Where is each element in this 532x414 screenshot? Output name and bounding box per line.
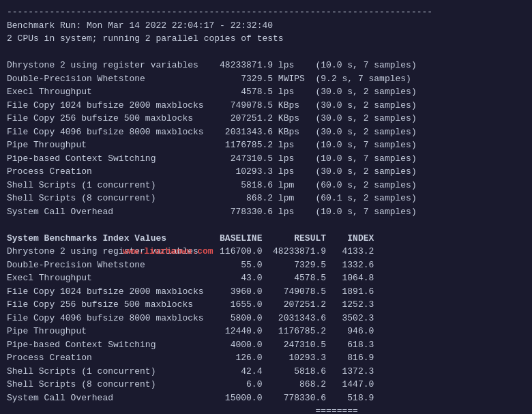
index-header-row: System Benchmarks Index Values BASELINE … [7, 232, 525, 246]
terminal: ----------------------------------------… [7, 5, 525, 414]
index-result-row: Pipe-based Context Switching 4000.0 2473… [7, 338, 525, 352]
blank-1 [7, 46, 525, 59]
score-separator-row: ======== [7, 404, 525, 414]
raw-result-row: Execl Throughput 4578.5 lps (30.0 s, 2 s… [7, 85, 525, 99]
index-result-row: Execl Throughput 43.0 4578.5 1064.8 [7, 271, 525, 285]
raw-result-row: Double-Precision Whetstone 7329.5 MWIPS … [7, 72, 525, 86]
raw-result-row: Shell Scripts (1 concurrent) 5818.6 lpm … [7, 179, 525, 192]
index-result-row: Process Creation 126.0 10293.3 816.9 [7, 351, 525, 365]
cpu-info-line: 2 CPUs in system; running 2 parallel cop… [7, 32, 525, 46]
index-result-row: System Call Overhead 15000.0 778330.6 51… [7, 391, 525, 405]
raw-result-row: File Copy 1024 bufsize 2000 maxblocks 74… [7, 99, 525, 113]
raw-result-row: Shell Scripts (8 concurrent) 868.2 lpm (… [7, 192, 525, 205]
index-result-row: Dhrystone 2 using register variables 116… [7, 245, 525, 258]
index-result-row: Shell Scripts (1 concurrent) 42.4 5818.6… [7, 365, 525, 379]
raw-result-row: File Copy 256 bufsize 500 maxblocks 2072… [7, 112, 525, 125]
index-result-row: Shell Scripts (8 concurrent) 6.0 868.2 1… [7, 378, 525, 391]
index-result-row: File Copy 1024 bufsize 2000 maxblocks 39… [7, 285, 525, 299]
raw-result-row: Pipe-based Context Switching 247310.5 lp… [7, 152, 525, 166]
blank-2 [7, 218, 525, 232]
index-result-row: Pipe Throughput 12440.0 1176785.2 946.0 [7, 325, 525, 338]
raw-results-table: Dhrystone 2 using register variables 482… [7, 59, 525, 218]
score-separator-line: ======== [7, 404, 525, 414]
index-results-table: Dhrystone 2 using register variables 116… [7, 245, 525, 404]
raw-result-row: Pipe Throughput 1176785.2 lps (10.0 s, 7… [7, 138, 525, 152]
raw-result-row: File Copy 4096 bufsize 8000 maxblocks 20… [7, 125, 525, 139]
raw-result-row: System Call Overhead 778330.6 lps (10.0 … [7, 205, 525, 219]
index-result-row: File Copy 256 bufsize 500 maxblocks 1655… [7, 298, 525, 312]
index-result-row: Double-Precision Whetstone 55.0 7329.5 1… [7, 258, 525, 272]
index-result-row: File Copy 4096 bufsize 8000 maxblocks 58… [7, 312, 525, 325]
separator-top: ----------------------------------------… [7, 5, 525, 19]
benchmark-run-line: Benchmark Run: Mon Mar 14 2022 22:04:17 … [7, 19, 525, 33]
index-table-header: System Benchmarks Index Values BASELINE … [7, 232, 525, 246]
raw-result-row: Process Creation 10293.3 lps (30.0 s, 2 … [7, 165, 525, 179]
raw-result-row: Dhrystone 2 using register variables 482… [7, 59, 525, 72]
